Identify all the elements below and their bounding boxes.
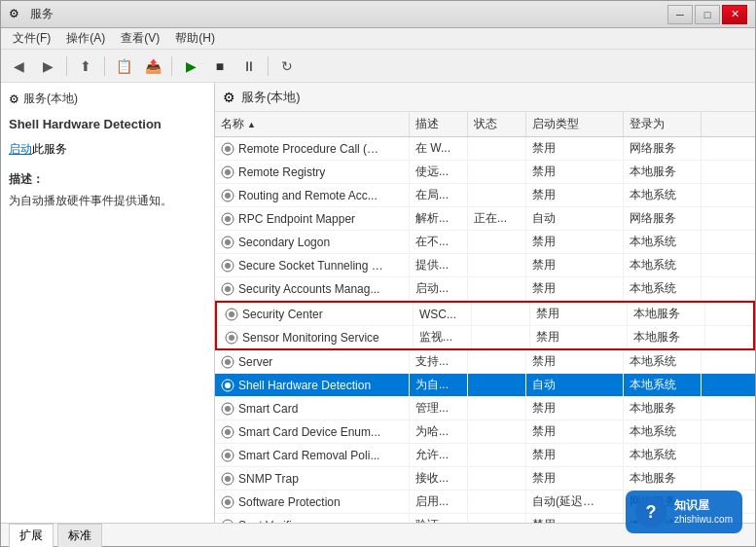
service-icon xyxy=(221,259,234,273)
cell-status xyxy=(468,161,526,183)
cell-logon: 本地服务 xyxy=(624,397,702,419)
watermark-name: 知识屋 xyxy=(674,497,733,514)
menu-item-h[interactable]: 帮助(H) xyxy=(167,28,223,49)
stop-button[interactable]: ■ xyxy=(206,54,234,79)
svg-point-31 xyxy=(225,499,231,505)
highlighted-services-group: Security CenterWSC...禁用本地服务 Sensor Monit… xyxy=(215,301,755,350)
cell-logon: 本地系统 xyxy=(624,231,702,253)
cell-startup: 禁用 xyxy=(526,420,624,443)
cell-logon: 本地服务 xyxy=(624,467,702,490)
service-icon xyxy=(221,142,234,156)
col-startup[interactable]: 启动类型 xyxy=(526,112,624,136)
watermark-text: ? 知识屋 zhishiwu.com xyxy=(674,497,733,528)
cell-service-name: Security Accounts Manag... xyxy=(215,277,410,300)
service-icon xyxy=(221,402,234,416)
cell-desc: 监视... xyxy=(414,326,472,348)
table-row[interactable]: Secondary Logon在不...禁用本地系统 xyxy=(215,231,755,254)
main-window: ⚙ 服务 ─ □ ✕ 文件(F)操作(A)查看(V)帮助(H) ◀ ▶ ⬆ 📋 … xyxy=(0,0,756,547)
service-name-text: Remote Procedure Call (… xyxy=(238,142,378,156)
cell-status xyxy=(468,350,526,373)
table-row[interactable]: Shell Hardware Detection为自...自动本地系统 xyxy=(215,374,755,397)
tab-expand[interactable]: 扩展 xyxy=(9,524,54,547)
service-name-text: Sensor Monitoring Service xyxy=(242,331,379,345)
left-panel-title: 服务(本地) xyxy=(23,91,78,107)
menu-item-v[interactable]: 查看(V) xyxy=(113,28,167,49)
col-desc[interactable]: 描述 xyxy=(410,112,468,136)
up-button[interactable]: ⬆ xyxy=(72,54,99,79)
svg-point-27 xyxy=(225,453,231,458)
cell-logon: 本地系统 xyxy=(624,374,702,396)
svg-point-5 xyxy=(225,193,231,199)
menu-item-a[interactable]: 操作(A) xyxy=(58,28,113,49)
service-icon xyxy=(221,449,234,462)
cell-status xyxy=(468,137,526,160)
table-row[interactable]: Server支持...禁用本地系统 xyxy=(215,350,755,374)
svg-point-1 xyxy=(225,146,231,152)
restart-button[interactable]: ↻ xyxy=(273,54,301,79)
right-header-title: 服务(本地) xyxy=(241,89,301,106)
toolbar-separator-4 xyxy=(268,56,269,76)
minimize-button[interactable]: ─ xyxy=(667,5,693,24)
show-hide-button[interactable]: 📋 xyxy=(110,54,137,79)
table-row[interactable]: Remote Registry使远...禁用本地服务 xyxy=(215,161,755,184)
table-row[interactable]: Routing and Remote Acc...在局...禁用本地系统 xyxy=(215,184,755,207)
cell-logon: 本地系统 xyxy=(624,254,702,276)
forward-button[interactable]: ▶ xyxy=(34,54,61,79)
pause-button[interactable]: ⏸ xyxy=(235,54,263,79)
cell-startup: 禁用 xyxy=(530,326,628,348)
cell-startup: 禁用 xyxy=(526,184,624,206)
sort-icon: ▲ xyxy=(247,120,256,129)
cell-startup: 禁用 xyxy=(530,303,628,325)
col-status[interactable]: 状态 xyxy=(468,112,526,136)
table-row[interactable]: Security CenterWSC...禁用本地服务 xyxy=(217,303,753,326)
right-panel: ⚙ 服务(本地) 名称 ▲ 描述 状态 启动类型 登录为 Remote Proc… xyxy=(215,83,755,523)
menu-item-f[interactable]: 文件(F) xyxy=(5,28,58,49)
cell-service-name: Smart Card Removal Poli... xyxy=(215,444,410,466)
cell-service-name: Software Protection xyxy=(215,491,410,513)
cell-startup: 禁用 xyxy=(526,254,624,276)
export-button[interactable]: 📤 xyxy=(139,54,166,79)
svg-point-21 xyxy=(225,383,231,388)
back-button[interactable]: ◀ xyxy=(5,54,32,79)
start-service-link[interactable]: 启动 xyxy=(9,142,32,156)
service-name-text: RPC Endpoint Mapper xyxy=(238,212,355,226)
maximize-button[interactable]: □ xyxy=(695,5,720,24)
service-name-text: Shell Hardware Detection xyxy=(238,379,371,392)
table-row[interactable]: Smart Card Removal Poli...允许...禁用本地系统 xyxy=(215,444,755,467)
service-name-text: Smart Card xyxy=(238,402,298,416)
service-icon xyxy=(221,236,234,249)
col-name[interactable]: 名称 ▲ xyxy=(215,112,410,136)
table-row[interactable]: Smart Card Device Enum...为哈...禁用本地系统 xyxy=(215,420,755,444)
cell-logon: 本地服务 xyxy=(628,303,705,325)
cell-status xyxy=(468,444,526,466)
window-icon: ⚙ xyxy=(9,7,24,22)
cell-logon: 网络服务 xyxy=(624,137,702,160)
svg-point-3 xyxy=(225,169,231,175)
table-row[interactable]: SNMP Trap接收...禁用本地服务 xyxy=(215,467,755,491)
cell-status xyxy=(472,326,530,348)
table-row[interactable]: Remote Procedure Call (…在 W...禁用网络服务 xyxy=(215,137,755,161)
service-icon xyxy=(221,425,234,439)
table-row[interactable]: Security Accounts Manag...启动...禁用本地系统 xyxy=(215,277,755,301)
svg-point-7 xyxy=(225,216,231,222)
cell-logon: 本地系统 xyxy=(624,444,702,466)
cell-startup: 禁用 xyxy=(526,444,624,466)
cell-logon: 本地服务 xyxy=(624,161,702,183)
cell-status xyxy=(472,303,530,325)
cell-startup: 禁用 xyxy=(526,161,624,183)
close-button[interactable]: ✕ xyxy=(722,5,747,24)
service-rows: Remote Procedure Call (…在 W...禁用网络服务 Rem… xyxy=(215,137,755,523)
table-row[interactable]: Secure Socket Tunneling …提供...禁用本地系统 xyxy=(215,254,755,277)
col-logon[interactable]: 登录为 xyxy=(624,112,702,136)
cell-desc: 启用... xyxy=(410,491,468,513)
cell-desc: 在 W... xyxy=(410,137,468,160)
cell-service-name: Secure Socket Tunneling … xyxy=(215,254,410,276)
table-row[interactable]: Smart Card管理...禁用本地服务 xyxy=(215,397,755,420)
cell-service-name: Spot Verifier xyxy=(215,514,410,523)
play-button[interactable]: ▶ xyxy=(177,54,204,79)
table-row[interactable]: Sensor Monitoring Service监视...禁用本地服务 xyxy=(217,326,753,348)
service-name-text: SNMP Trap xyxy=(238,472,299,486)
table-row[interactable]: RPC Endpoint Mapper解析...正在...自动网络服务 xyxy=(215,207,755,231)
tab-standard[interactable]: 标准 xyxy=(57,524,102,547)
cell-status xyxy=(468,420,526,443)
